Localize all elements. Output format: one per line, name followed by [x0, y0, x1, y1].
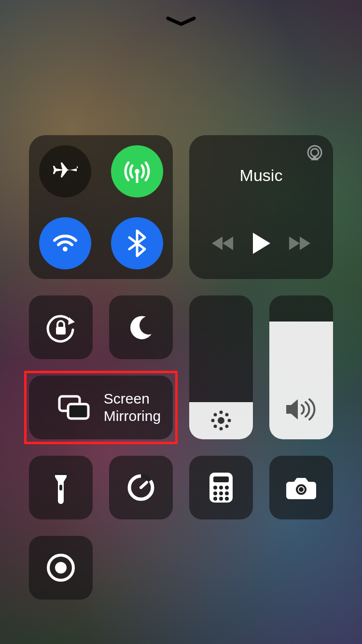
svg-point-29	[213, 497, 217, 501]
svg-rect-1	[136, 173, 138, 183]
svg-point-26	[213, 491, 217, 495]
flashlight-button[interactable]	[29, 456, 93, 519]
moon-icon	[127, 314, 154, 341]
svg-point-12	[226, 414, 228, 416]
camera-icon	[285, 475, 317, 500]
camera-button[interactable]	[269, 456, 333, 519]
svg-point-28	[225, 491, 229, 495]
volume-fill	[269, 322, 333, 439]
svg-point-7	[220, 411, 222, 413]
brightness-slider[interactable]	[189, 295, 253, 439]
svg-point-6	[218, 417, 224, 424]
airplane-mode-toggle[interactable]	[39, 145, 91, 197]
orientation-lock-icon	[44, 310, 78, 344]
fast-forward-button[interactable]	[287, 235, 311, 252]
svg-point-2	[63, 247, 68, 252]
media-panel[interactable]: Music	[189, 135, 333, 279]
flashlight-icon	[51, 470, 70, 505]
svg-point-0	[135, 169, 139, 174]
svg-point-27	[219, 491, 223, 495]
calculator-button[interactable]	[189, 456, 253, 519]
svg-point-31	[225, 497, 229, 501]
cellular-icon	[122, 156, 153, 187]
media-title: Music	[240, 166, 283, 185]
svg-rect-18	[55, 472, 67, 475]
bluetooth-toggle[interactable]	[111, 217, 163, 269]
svg-point-9	[212, 420, 214, 421]
svg-point-24	[219, 486, 223, 490]
svg-rect-17	[59, 485, 62, 490]
connectivity-panel	[29, 135, 173, 279]
screen-mirroring-label: Screen Mirroring	[104, 390, 161, 425]
svg-rect-16	[68, 404, 88, 419]
svg-point-36	[55, 562, 67, 574]
svg-rect-22	[213, 476, 229, 482]
brightness-fill	[189, 402, 253, 439]
screen-mirroring-button[interactable]: Screen Mirroring	[29, 376, 173, 439]
do-not-disturb-toggle[interactable]	[109, 295, 173, 359]
wifi-toggle[interactable]	[39, 217, 91, 269]
svg-point-13	[214, 425, 216, 427]
volume-slider[interactable]	[269, 295, 333, 439]
screen-record-button[interactable]	[29, 536, 93, 600]
svg-point-14	[226, 425, 228, 427]
calculator-icon	[209, 472, 234, 504]
svg-rect-5	[56, 327, 66, 335]
airplay-audio-icon	[305, 144, 324, 163]
media-controls	[198, 232, 324, 268]
play-button[interactable]	[251, 232, 271, 255]
record-icon	[46, 553, 76, 583]
timer-button[interactable]	[109, 456, 173, 519]
svg-point-34	[299, 487, 304, 492]
airplane-icon	[51, 157, 79, 185]
speaker-icon	[284, 396, 318, 422]
orientation-lock-toggle[interactable]	[29, 295, 93, 359]
control-center: Music	[0, 0, 362, 644]
rewind-button[interactable]	[211, 235, 235, 252]
svg-point-4	[311, 149, 319, 156]
dismiss-chevron[interactable]	[166, 16, 196, 27]
svg-point-8	[220, 428, 222, 430]
svg-point-30	[219, 497, 223, 501]
screen-mirroring-icon	[57, 394, 90, 420]
bluetooth-icon	[126, 229, 148, 258]
brightness-icon	[209, 408, 234, 433]
svg-point-10	[228, 420, 230, 421]
svg-point-25	[225, 486, 229, 490]
wifi-icon	[51, 229, 80, 258]
svg-line-20	[141, 482, 147, 488]
timer-icon	[126, 473, 156, 503]
svg-point-23	[213, 486, 217, 490]
svg-point-11	[214, 414, 216, 416]
cellular-data-toggle[interactable]	[111, 145, 163, 197]
